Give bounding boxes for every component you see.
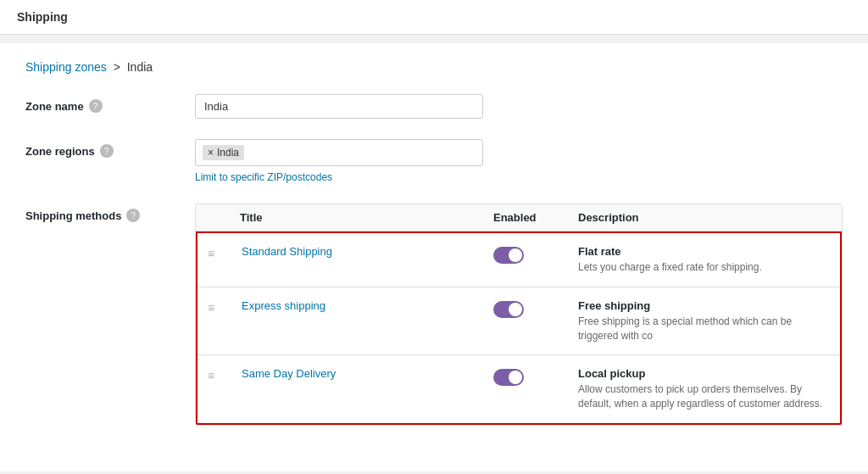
toggle-col-3 <box>493 367 578 386</box>
desc-text-2: Free shipping is a special method which … <box>578 315 830 343</box>
zone-name-label: Zone name <box>25 100 84 113</box>
col-drag <box>206 211 240 224</box>
zone-regions-label-col: Zone regions ? <box>25 139 195 158</box>
highlighted-methods-group: ≡ Standard Shipping Flat r <box>196 231 842 425</box>
zone-regions-label: Zone regions <box>25 145 95 158</box>
zone-name-row: Zone name ? <box>25 94 843 119</box>
region-tag-remove[interactable]: × <box>208 147 214 159</box>
toggle-col-2 <box>493 299 578 318</box>
zone-name-help-icon[interactable]: ? <box>89 99 103 113</box>
breadcrumb-link[interactable]: Shipping zones <box>25 60 107 74</box>
shipping-methods-table: Title Enabled Description ≡ Standard Shi… <box>195 204 843 426</box>
shipping-methods-table-col: Title Enabled Description ≡ Standard Shi… <box>195 204 843 426</box>
zone-name-input[interactable] <box>195 94 483 119</box>
desc-col-2: Free shipping Free shipping is a special… <box>578 299 830 343</box>
limit-zip-link[interactable]: Limit to specific ZIP/postcodes <box>195 171 843 183</box>
shipping-methods-row: Shipping methods ? Title Enabled Descrip… <box>25 204 843 426</box>
drag-handle-2[interactable]: ≡ <box>208 299 242 315</box>
shipping-methods-help-icon[interactable]: ? <box>126 209 140 222</box>
zone-name-label-col: Zone name ? <box>25 94 195 113</box>
desc-title-3: Local pickup <box>578 367 830 380</box>
desc-col-1: Flat rate Lets you charge a fixed rate f… <box>578 245 830 275</box>
breadcrumb-separator: > <box>114 60 120 74</box>
shipping-methods-label: Shipping methods <box>25 209 121 222</box>
desc-title-1: Flat rate <box>578 245 830 258</box>
region-tag: × India <box>203 145 244 160</box>
breadcrumb: Shipping zones > India <box>25 60 843 74</box>
desc-text-1: Lets you charge a fixed rate for shippin… <box>578 260 830 275</box>
drag-handle-3[interactable]: ≡ <box>208 367 242 382</box>
zone-name-input-col <box>195 94 843 119</box>
table-row: ≡ Standard Shipping Flat r <box>198 233 840 287</box>
breadcrumb-current: India <box>127 60 153 74</box>
toggle-1[interactable] <box>493 247 524 264</box>
zone-regions-input-col: × India Limit to specific ZIP/postcodes <box>195 139 843 183</box>
method-name-3[interactable]: Same Day Delivery <box>242 367 493 380</box>
col-enabled: Enabled <box>493 211 578 224</box>
shipping-methods-label-col: Shipping methods ? <box>25 204 195 222</box>
table-row: ≡ Same Day Delivery Local <box>198 355 840 423</box>
toggle-3[interactable] <box>493 369 524 386</box>
col-title: Title <box>240 211 493 224</box>
desc-title-2: Free shipping <box>578 299 830 312</box>
page-title: Shipping <box>17 10 68 24</box>
zone-regions-row: Zone regions ? × India Limit to specific… <box>25 139 843 183</box>
table-header: Title Enabled Description <box>196 204 842 231</box>
drag-handle-1[interactable]: ≡ <box>208 245 242 260</box>
table-row: ≡ Express shipping Free sh <box>198 287 840 356</box>
toggle-2[interactable] <box>493 301 524 318</box>
desc-col-3: Local pickup Allow customers to pick up … <box>578 367 830 411</box>
method-name-1[interactable]: Standard Shipping <box>242 245 493 258</box>
region-tag-label: India <box>217 147 239 159</box>
toggle-col-1 <box>493 245 578 264</box>
zone-regions-tag-input[interactable]: × India <box>195 139 483 166</box>
desc-text-3: Allow customers to pick up orders themse… <box>578 382 830 411</box>
method-name-2[interactable]: Express shipping <box>242 299 493 312</box>
zone-regions-help-icon[interactable]: ? <box>100 144 114 158</box>
col-description: Description <box>578 211 832 224</box>
page-header: Shipping <box>0 0 868 35</box>
